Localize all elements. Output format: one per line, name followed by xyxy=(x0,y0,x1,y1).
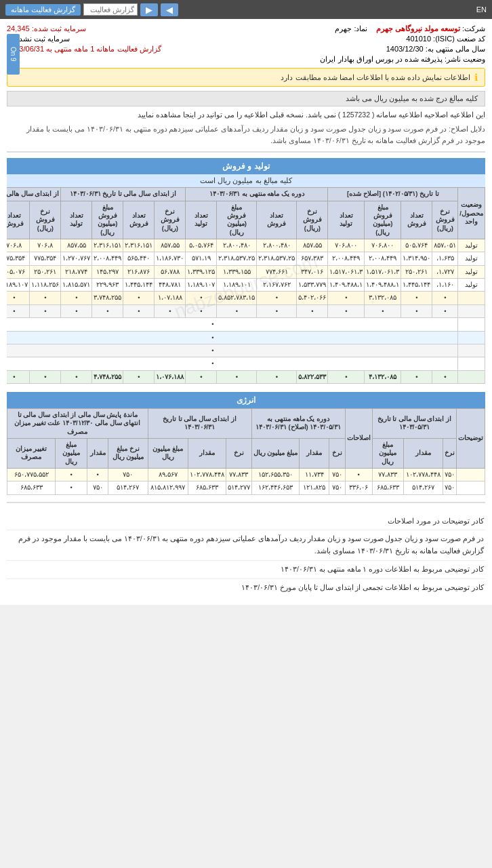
td-val: ۸۵۷،۵۵ xyxy=(155,239,186,252)
td-val: • xyxy=(217,304,257,317)
td-val: ۱،۴۰۹،۴۸۸،۱ xyxy=(328,279,365,292)
td-val: ۴،۱۳۲،۰۸۵ xyxy=(365,370,401,383)
td-val: ۸۵۷،۵۵ xyxy=(297,239,328,252)
td-val: • xyxy=(30,370,61,383)
td-val: ۳۴۷،۰۱۶ xyxy=(297,265,328,278)
th-e-rate2: نرخ xyxy=(329,438,345,468)
th-sale-amount-1: مبلغفروش(میلیونریال) xyxy=(365,201,401,239)
search-input[interactable] xyxy=(83,3,138,16)
td-val: • xyxy=(257,370,297,383)
amendment-note: دلایل اصلاح: در فرم صورت سود و زیان جدول… xyxy=(7,123,485,146)
th-ytd: از ابتدای سال مالی تا تاریخ ۱۴۰۳/۰۶/۳۱ xyxy=(61,188,186,201)
notice-text: این اطلاعیه اصلاحیه اطلاعیه سامانه ( 125… xyxy=(7,109,485,121)
td-val: ۶۸۵،۶۳۳ xyxy=(7,481,56,494)
td-val xyxy=(457,481,485,494)
td-val: ۷۷،۸۳۳ xyxy=(226,468,251,481)
th-sale-price-2: نرخفروش(ریال) xyxy=(297,201,328,239)
td-val: ۳۰۵،۰۷۶ xyxy=(7,265,30,278)
td-empty: • xyxy=(7,344,458,357)
td-val: • xyxy=(328,370,365,383)
code-value: 401010 xyxy=(406,35,431,43)
td-val: ۱،۱۸۹،۱۰۷ xyxy=(186,279,217,292)
td-val: ۲۵۰،۲۶۱ xyxy=(30,265,61,278)
capital-info: سرمایه ثبت شده: 24,345 xyxy=(7,24,86,33)
th-energy-ytd: از ابتدای سال مالی تا تاریخ ۱۴۰۳/۰۶/۳۱ xyxy=(148,408,251,438)
td-val: • xyxy=(401,292,432,304)
th-sale-price-3: نرخفروش(ریال) xyxy=(155,201,186,239)
td-empty: • xyxy=(7,318,458,331)
td-val: ۵۱۴،۲۶۷ xyxy=(108,481,148,494)
table-row: تولید ۱،۷۲۷، ۲۵۰،۲۶۱ ۱،۵۱۷،۰۶۱،۳ ۱،۵۱۷،۰… xyxy=(7,265,485,278)
td-val: ۷۰۶،۸۰۰ xyxy=(365,239,401,252)
td-val: • xyxy=(56,481,87,494)
td-val: • xyxy=(123,370,155,383)
td-val: ۲۵۰،۲۶۱ xyxy=(401,265,432,278)
td-val: ۲۱۶،۸۷۶ xyxy=(123,265,155,278)
table-row: ۷۵۰ ۵۱۴،۲۶۷ ۶۸۵،۶۳۳ ۳۳۶،۰۶ ۷۵۰ ۱۲۱،۸۲۵ ۱… xyxy=(7,481,485,494)
td-val: ۱،۳۱۴،۹۵۰ xyxy=(401,252,432,265)
table-row-empty: • xyxy=(7,344,485,357)
td-val: ۱۶۲،۴۴۶،۶۵۳ xyxy=(251,481,300,494)
td-val: ۷۵۰ xyxy=(329,468,345,481)
td-val: ۱۱،۷۳۴ xyxy=(300,468,329,481)
table-row-empty: • xyxy=(7,357,485,370)
note-text-2: در فرم صورت سود و زیان جدول صورت سود و ز… xyxy=(18,534,484,555)
td-val: ۳،۱۳۲،۰۸۵ xyxy=(365,292,401,304)
th-e-rate4: نرخ مبلغ میلیون ریال xyxy=(108,438,148,468)
th-e-qty3: مقدار xyxy=(188,438,226,468)
td-val: ۸۵۷،۵۵ xyxy=(61,239,92,252)
td-val: ۷۵۰ xyxy=(443,468,456,481)
symbol-value: جهرم xyxy=(335,24,352,33)
td-val: ۲،۸۰۰،۴۸۰ xyxy=(257,239,297,252)
capital-unreg-label: سرمایه ثبت نشده: xyxy=(13,35,70,43)
td-type xyxy=(458,331,485,344)
fiscal-info: سال مالی منتهی به: 1403/12/30 xyxy=(386,45,485,54)
table-row-empty: • xyxy=(7,331,485,344)
td-val: • xyxy=(61,292,92,304)
th-prod-qty-1: تعدادتولید xyxy=(328,201,365,239)
table-row: تولید ۸۵۷،۰۵۱ ۵۰۵،۷۶۴ ۷۰۶،۸۰۰ ۷۰۶،۸۰۰ ۸۵… xyxy=(7,239,485,252)
td-val: ۱،۳۳۹،۱۲۵ xyxy=(186,265,217,278)
td-type: تولید xyxy=(458,239,485,252)
td-val: ۱،۰۷،۱۸۸ xyxy=(155,292,186,304)
th-e-qty: مقدار xyxy=(404,438,443,468)
td-val: ۵۶۵،۴۴۰ xyxy=(123,252,155,265)
lang-label: EN xyxy=(476,5,487,14)
th-sale-qty-3: تعدادفروش xyxy=(123,201,155,239)
td-val: ۵۱۴،۲۷۷ xyxy=(226,481,251,494)
symbol-label: نماد: xyxy=(354,24,367,33)
gray-bar: کلیه مبالغ درج شده به میلیون ریال می باش… xyxy=(7,91,485,106)
th-sale-qty-2: تعدادفروش xyxy=(257,201,297,239)
td-val: ۱۰۲،۷۷۸،۴۴۸ xyxy=(404,468,443,481)
energy-section-header: انرژی xyxy=(7,392,485,408)
td-type: تولید xyxy=(458,265,485,278)
td-val: ۱۰۲،۷۷۸،۴۴۸ xyxy=(188,468,226,481)
td-val: ۲،۱۶۷،۷۶۲ xyxy=(257,279,297,292)
td-val: ۳۳۶،۰۶ xyxy=(345,481,372,494)
td-val: ۵،۸۲۲،۵۳۳ xyxy=(297,370,328,383)
th-energy-period: دوره یک ماهه منتهی به ۱۴۰۳/۰۵/۳۱ (اصلاح)… xyxy=(251,408,345,438)
td-val: ۱،۵۳۳،۷۷۹ xyxy=(297,279,328,292)
nav-prev-button[interactable]: ◀ xyxy=(161,3,178,16)
td-val: ۲،۳۱۸،۵۳۷،۲۵ xyxy=(217,252,257,265)
td-val: ۷۷۵،۳۵۴ xyxy=(7,252,30,265)
footer-note-3: کادر توضیحی مربوط به اطلاعات دوره ۱ ماهه… xyxy=(7,561,485,579)
td-val: ۸۱۵،۸۱۲،۹۹۷ xyxy=(148,481,188,494)
company-info: شرکت: توسعه مولد نیروگاهی جهرم نماد: جهر… xyxy=(335,24,485,33)
th-sale-price-4: نرخفروش(ریال) xyxy=(30,201,61,239)
td-val: ۷۵۰ xyxy=(329,481,345,494)
th-e-amount4: مبلغ میلیون ریال xyxy=(56,438,87,468)
td-val: ۶۸۵،۶۳۳ xyxy=(372,481,404,494)
td-type xyxy=(458,292,485,304)
nav-next-button[interactable]: ▶ xyxy=(140,3,158,16)
td-val: • xyxy=(432,292,458,304)
alert-bar: ℹ اطلاعات نمایش داده شده با اطلاعات امضا… xyxy=(7,68,485,87)
td-val: • xyxy=(123,292,155,304)
td-type xyxy=(458,304,485,317)
td-val: ۱،۰۷۶،۱۸۸ xyxy=(155,370,186,383)
td-val: ۷۷،۸۳۳ xyxy=(372,468,404,481)
th-prod-qty-3: تعدادتولید xyxy=(61,201,92,239)
td-val: ۷۵۰ xyxy=(443,481,456,494)
td-val: • xyxy=(328,304,365,317)
td-val: • xyxy=(257,304,297,317)
